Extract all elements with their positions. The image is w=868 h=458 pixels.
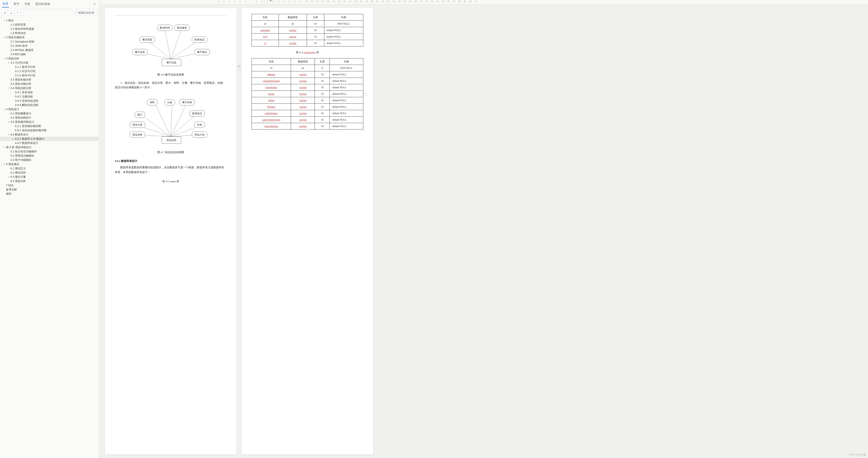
table-cell[interactable]: varchar	[291, 84, 315, 90]
table-row[interactable]: idint50NOT NULL	[252, 21, 363, 27]
table-cell[interactable]: default NULL	[330, 90, 363, 97]
table-cell[interactable]: varchar	[291, 110, 315, 116]
table-move-handle[interactable]: ✥	[238, 65, 241, 68]
twisty-icon[interactable]: ▾	[7, 87, 10, 89]
outline-item[interactable]: ▾4.3 系统顺序图设计	[0, 120, 99, 124]
tab-toc[interactable]: 目录	[2, 1, 9, 7]
table-cell[interactable]: default NULL	[330, 97, 363, 104]
table-cell[interactable]: default NULL	[330, 71, 363, 78]
table-resize-handle[interactable]	[362, 128, 364, 130]
ai-detect-toc-button[interactable]: 智能识别目录	[72, 10, 97, 16]
horizontal-ruler[interactable]: ⌂ 65432112345678910111213141516171819202…	[99, 0, 868, 4]
table-row[interactable]: idint11NOT NULL	[252, 65, 363, 71]
table-cell[interactable]: 50	[315, 84, 330, 90]
outline-item[interactable]: 3.1.2 经济可行性	[0, 69, 99, 73]
table-row[interactable]: usernamevarchar50default NULL	[252, 27, 363, 34]
outline-item[interactable]: 6.2 测试目的	[0, 171, 99, 175]
outline-item[interactable]: 6.4 系统分析	[0, 179, 99, 183]
outline-item[interactable]: 2.4 B/S 结构	[0, 52, 99, 56]
outline-item[interactable]: ▸6.3 测试方案	[0, 175, 99, 179]
table-row[interactable]: cailiaovarchar50default NULL	[252, 97, 363, 104]
outline-item[interactable]: 3.4.4 删除信息流程	[0, 103, 99, 107]
outline-item[interactable]: ▸4.4.1 数据库 E-R 图设计	[0, 137, 99, 141]
table-cell[interactable]: 50	[315, 78, 330, 84]
twisty-icon[interactable]: ▾	[3, 57, 5, 60]
outline-item[interactable]: 1.3 研究内容	[0, 31, 99, 35]
table-cell[interactable]: int	[291, 65, 315, 71]
outline-item[interactable]: 6.1 测试定义	[0, 166, 99, 171]
ruler-caret-icon[interactable]	[270, 0, 272, 1]
twisty-icon[interactable]: ▸	[12, 138, 14, 140]
outline-item[interactable]: 7 结论	[0, 183, 99, 188]
outline-item[interactable]: 4.3.2 添加信息模块顺序图	[0, 128, 99, 133]
tab-find-replace[interactable]: 查找和替换	[35, 1, 51, 7]
close-icon[interactable]: ✕	[92, 1, 97, 7]
outline-item[interactable]: ▾4.4 数据库设计	[0, 133, 99, 137]
table-cell[interactable]: caipinjieshao	[252, 110, 291, 116]
outline-item[interactable]: 2.3 MYSQL 数据库	[0, 48, 99, 52]
outline-item[interactable]: 3.1.1 技术可行性	[0, 65, 99, 69]
table-cell[interactable]: tupian	[252, 90, 291, 97]
table-4-2-caipinxinxi[interactable]: 列名数据类型长度约束idint11NOT NULLaddtimevarchar5…	[251, 58, 363, 130]
table-cell[interactable]: caipinfenlei	[252, 84, 291, 90]
add-column-button[interactable]: +	[306, 128, 309, 131]
outline-tree[interactable]: ▾1 绪论1.1 研究背景1.2 国内外研究进展1.3 研究内容▾2 系统关键技…	[0, 18, 99, 458]
table-header-cell[interactable]: 列名	[252, 58, 291, 65]
table-row[interactable]: caipinfenleivarchar50default NULL	[252, 84, 363, 90]
tab-bookmarks[interactable]: 书签	[24, 1, 31, 7]
twisty-icon[interactable]: ▸	[7, 176, 10, 178]
twisty-icon[interactable]: ▾	[7, 62, 10, 64]
table-header-cell[interactable]: 约束	[324, 14, 363, 21]
table-row[interactable]: tupianvarchar50default NULL	[252, 90, 363, 97]
table-cell[interactable]: 50	[315, 123, 330, 129]
table-cell[interactable]: default NULL	[330, 78, 363, 84]
table-row[interactable]: pwdvarchar50default NULL	[252, 34, 363, 40]
table-cell[interactable]: varchar	[279, 34, 307, 40]
table-row[interactable]: caipinmingchengvarchar50default NULL	[252, 78, 363, 84]
table-4-1-users[interactable]: 列名数据类型长度约束idint50NOT NULLusernamevarchar…	[251, 14, 363, 47]
level-down-button[interactable]: ▾	[2, 10, 7, 16]
table-cell[interactable]: NOT NULL	[324, 21, 363, 27]
outline-item[interactable]: 5.3 用户功能模块	[0, 158, 99, 162]
outline-item[interactable]: 3.2 系统性能分析	[0, 78, 99, 82]
table-header-cell[interactable]: 长度	[307, 14, 324, 21]
table-cell[interactable]: NOT NULL	[330, 65, 363, 71]
table-row[interactable]: cxvarchar50default NULL	[252, 40, 363, 47]
outline-item[interactable]: 4.4.2 数据库表设计	[0, 141, 99, 145]
table-cell[interactable]: 50	[315, 71, 330, 78]
remove-heading-button[interactable]: −	[21, 10, 27, 16]
table-cell[interactable]: cx	[252, 40, 279, 47]
table-cell[interactable]: varchar	[291, 78, 315, 84]
outline-item[interactable]: 4.2 系统结构设计	[0, 116, 99, 120]
outline-item[interactable]: ▾4 系统设计	[0, 107, 99, 111]
table-cell[interactable]: addtime	[252, 71, 291, 78]
outline-item[interactable]: 3.4.2 注册流程	[0, 94, 99, 99]
table-cell[interactable]: 50	[307, 27, 324, 34]
table-cell[interactable]: default NULL	[324, 27, 363, 34]
table-cell[interactable]: default NULL	[330, 104, 363, 110]
outline-item[interactable]: ▾1 绪论	[0, 19, 99, 23]
table-cell[interactable]: varchar	[291, 123, 315, 129]
table-row[interactable]: caipinjieshaovarchar50default NULL	[252, 110, 363, 116]
table-cell[interactable]: pwd	[252, 34, 279, 40]
table-cell[interactable]: cantingmingcheng	[252, 116, 291, 123]
outline-item[interactable]: ▾6 系统测试	[0, 162, 99, 166]
table-cell[interactable]: id	[252, 65, 291, 71]
add-heading-button[interactable]: +	[15, 10, 20, 16]
table-header-cell[interactable]: 数据类型	[279, 14, 307, 21]
table-row[interactable]: addtimevarchar50default NULL	[252, 71, 363, 78]
outline-item[interactable]: ▾3 系统分析	[0, 56, 99, 61]
table-cell[interactable]: default NULL	[330, 110, 363, 116]
table-row[interactable]: cantingmingchengvarchar50default NULL	[252, 116, 363, 123]
table-cell[interactable]: varchar	[291, 90, 315, 97]
outline-item[interactable]: 1.1 研究背景	[0, 23, 99, 27]
outline-item[interactable]: 2.2 JAVA 技术	[0, 44, 99, 48]
table-cell[interactable]: 50	[315, 97, 330, 104]
table-cell[interactable]: varchar	[291, 116, 315, 123]
table-cell[interactable]: default NULL	[330, 84, 363, 90]
outline-item[interactable]: 3.1.3 操作可行性	[0, 73, 99, 78]
outline-item[interactable]: 5.2 管理员功能模块	[0, 154, 99, 158]
table-cell[interactable]: 50	[307, 40, 324, 47]
table-row[interactable]: fenliangvarchar50default NULL	[252, 104, 363, 110]
twisty-icon[interactable]: ▾	[3, 36, 5, 39]
